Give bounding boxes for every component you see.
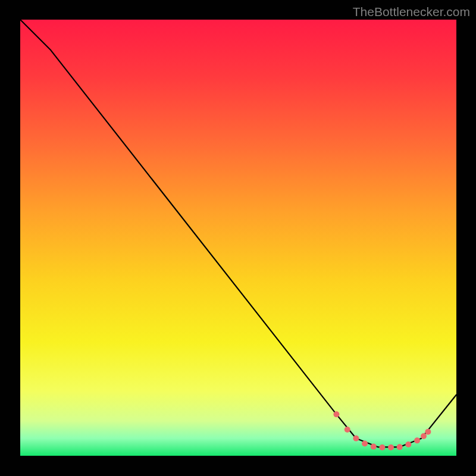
marker-point xyxy=(421,433,427,439)
marker-point xyxy=(388,444,394,450)
chart-container: TheBottlenecker.com xyxy=(0,0,476,476)
marker-point xyxy=(362,440,368,446)
watermark-text: TheBottlenecker.com xyxy=(353,5,470,19)
marker-point xyxy=(371,444,377,450)
marker-point xyxy=(379,444,385,450)
chart-svg xyxy=(20,20,456,456)
marker-point xyxy=(425,429,431,435)
line-curve xyxy=(20,20,456,447)
marker-group xyxy=(333,411,431,450)
marker-point xyxy=(414,437,420,443)
plot-area xyxy=(20,20,456,456)
marker-point xyxy=(397,444,403,450)
marker-point xyxy=(405,441,411,447)
marker-point xyxy=(333,411,339,417)
marker-point xyxy=(345,427,350,433)
marker-point xyxy=(353,436,359,441)
